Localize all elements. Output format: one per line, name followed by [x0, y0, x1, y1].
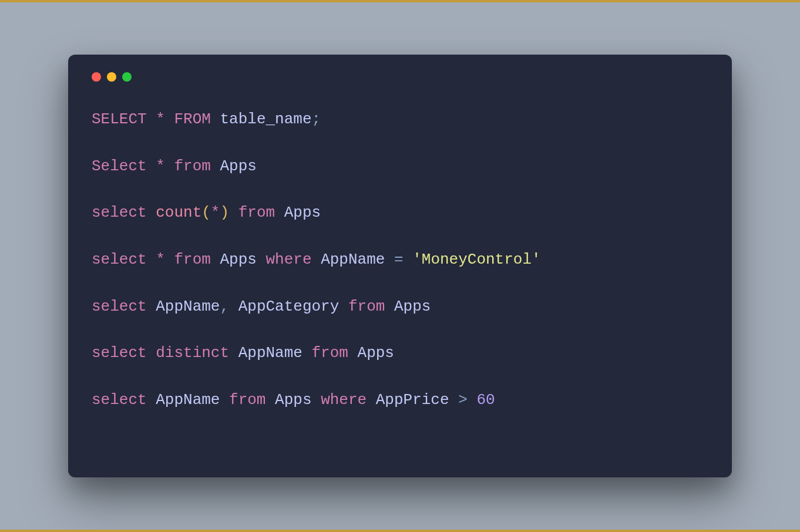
code-token: * [156, 251, 165, 268]
code-token: > [458, 391, 468, 409]
code-token: from [174, 251, 210, 268]
code-area: SELECT * FROM table_name;Select * from A… [92, 109, 708, 412]
close-icon[interactable] [92, 72, 101, 82]
window-controls [92, 72, 708, 82]
code-token [220, 391, 229, 409]
code-token: * [156, 157, 165, 175]
code-token [229, 298, 238, 315]
code-token: AppName [238, 344, 302, 362]
code-token: Apps [220, 157, 256, 175]
code-line: Select * from Apps [92, 156, 708, 178]
code-token [147, 110, 156, 128]
code-line: select count(*) from Apps [92, 202, 708, 224]
code-token: SELECT [92, 110, 147, 128]
code-token: AppName [156, 391, 220, 409]
code-token [257, 251, 266, 268]
code-line: SELECT * FROM table_name; [92, 109, 708, 131]
code-token: Apps [284, 204, 321, 221]
code-token: where [321, 391, 367, 409]
code-line: select distinct AppName from Apps [92, 342, 708, 365]
code-token [211, 110, 220, 128]
code-token [468, 391, 477, 409]
code-token [147, 391, 156, 409]
code-token [265, 391, 275, 409]
code-line: select * from Apps where AppName = 'Mone… [92, 249, 708, 271]
code-token [165, 110, 174, 128]
code-token: = [394, 251, 404, 268]
code-token: select [92, 391, 147, 409]
code-token: * [211, 204, 220, 221]
code-token [147, 298, 156, 315]
code-token [275, 204, 284, 221]
code-token: from [174, 157, 210, 175]
code-token: select [92, 251, 147, 268]
code-token: from [348, 298, 385, 315]
code-token [147, 251, 156, 268]
code-token [312, 391, 321, 409]
code-token: ; [312, 110, 321, 128]
code-token [449, 391, 459, 409]
code-card: SELECT * FROM table_name;Select * from A… [68, 55, 732, 477]
code-token: , [220, 298, 229, 315]
code-token [348, 344, 358, 362]
code-token [165, 251, 174, 268]
code-token: distinct [156, 344, 229, 362]
code-token [302, 344, 312, 362]
code-token: select [92, 344, 147, 362]
code-line: select AppName, AppCategory from Apps [92, 296, 708, 318]
maximize-icon[interactable] [122, 72, 132, 82]
code-token: table_name [220, 110, 311, 128]
code-token: AppPrice [376, 391, 449, 409]
code-token: Select [92, 157, 147, 175]
code-token [385, 251, 394, 268]
code-token: Apps [275, 391, 311, 409]
code-token [147, 344, 156, 362]
code-token: ( [201, 204, 211, 221]
code-token: from [238, 204, 275, 221]
code-token [211, 157, 220, 175]
code-token: Apps [358, 344, 394, 362]
code-token [385, 298, 394, 315]
code-token [165, 157, 174, 175]
code-token [404, 251, 413, 268]
code-token: select [92, 298, 147, 315]
code-token: 60 [476, 391, 495, 409]
code-token: from [312, 344, 348, 362]
code-token: AppName [156, 298, 220, 315]
code-token [312, 251, 321, 268]
code-token: AppCategory [238, 298, 340, 315]
code-token: ) [220, 204, 229, 221]
code-token: * [156, 110, 165, 128]
code-token: select [92, 204, 147, 221]
code-token: Apps [394, 298, 431, 315]
code-token [211, 251, 220, 268]
minimize-icon[interactable] [107, 72, 116, 82]
code-token: Apps [220, 251, 256, 268]
code-token: where [266, 251, 312, 268]
code-token: count [156, 204, 201, 221]
code-token: 'MoneyControl' [412, 251, 540, 268]
code-token: from [229, 391, 265, 409]
code-token [229, 344, 238, 362]
code-token [229, 204, 238, 221]
code-token [147, 157, 156, 175]
code-token [367, 391, 376, 409]
code-token: AppName [321, 251, 385, 268]
code-token [147, 204, 156, 221]
code-token [339, 298, 348, 315]
code-token: FROM [174, 110, 210, 128]
code-line: select AppName from Apps where AppPrice … [92, 389, 708, 412]
